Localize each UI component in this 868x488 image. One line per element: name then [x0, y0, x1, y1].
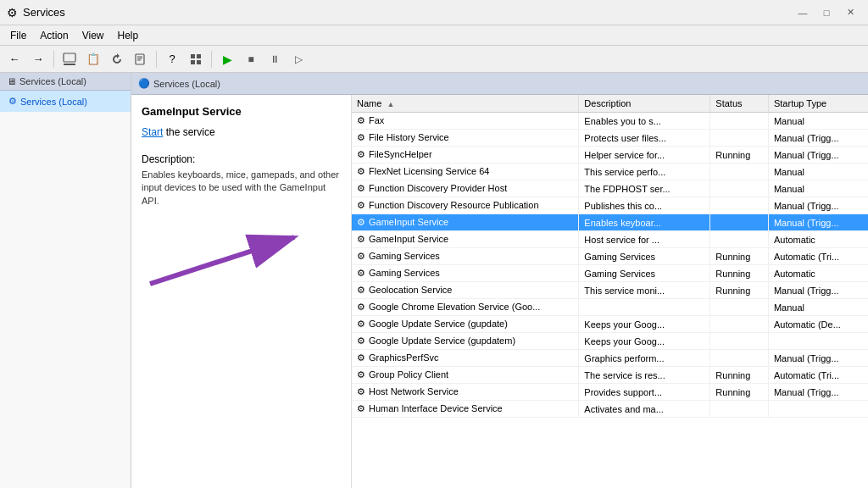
service-name-cell: ⚙Google Chrome Elevation Service (Goo...: [352, 299, 579, 316]
service-name-cell: ⚙Gaming Services: [352, 265, 579, 282]
left-panel-icon: 🖥: [7, 76, 16, 86]
service-icon: ⚙: [357, 336, 365, 346]
table-row[interactable]: ⚙Google Update Service (gupdatem)Keeps y…: [352, 333, 868, 350]
service-status-cell: Running: [710, 367, 769, 384]
service-startup-cell: [768, 401, 868, 418]
service-status-cell: Running: [710, 282, 769, 299]
service-description-cell: Activates and ma...: [579, 401, 710, 418]
svg-rect-2: [136, 54, 144, 64]
refresh-button[interactable]: [106, 49, 128, 69]
service-name-cell: ⚙GraphicsPerfSvc: [352, 350, 579, 367]
service-name-cell: ⚙Function Discovery Provider Host: [352, 180, 579, 197]
service-startup-cell: [768, 333, 868, 350]
restart-button[interactable]: ▷: [287, 49, 309, 69]
service-icon: ⚙: [357, 268, 365, 278]
forward-button[interactable]: →: [27, 49, 49, 69]
toolbar: ← → 📋 ? ▶ ■ ⏸ ▷: [0, 46, 868, 73]
table-row[interactable]: ⚙GraphicsPerfSvcGraphics perform...Manua…: [352, 350, 868, 367]
table-row[interactable]: ⚙FlexNet Licensing Service 64This servic…: [352, 164, 868, 180]
service-description-cell: Helper service for...: [579, 147, 710, 164]
left-panel: 🖥 Services (Local) ⚙ Services (Local): [0, 73, 131, 488]
table-row[interactable]: ⚙FileSyncHelperHelper service for...Runn…: [352, 147, 868, 164]
table-row[interactable]: ⚙FaxEnables you to s...Manual: [352, 113, 868, 130]
table-row[interactable]: ⚙Function Discovery Resource Publication…: [352, 197, 868, 214]
service-icon: ⚙: [357, 200, 365, 210]
play-button[interactable]: ▶: [216, 49, 238, 69]
service-startup-cell: Manual (Trigg...: [768, 350, 868, 367]
service-status-cell: Running: [710, 248, 769, 265]
table-row[interactable]: ⚙GameInput ServiceEnables keyboar...Manu…: [352, 214, 868, 231]
table-row[interactable]: ⚙GameInput ServiceHost service for ...Au…: [352, 231, 868, 248]
start-text: the service: [163, 126, 214, 138]
menu-help[interactable]: Help: [111, 28, 146, 43]
service-name-cell: ⚙GameInput Service: [352, 231, 579, 248]
title-bar: ⚙ Services — □ ✕: [0, 0, 868, 25]
service-status-cell: [710, 333, 769, 350]
service-description-cell: The FDPHOST ser...: [579, 180, 710, 197]
service-startup-cell: Manual (Trigg...: [768, 197, 868, 214]
svg-rect-0: [64, 53, 75, 62]
table-row[interactable]: ⚙File History ServiceProtects user files…: [352, 130, 868, 147]
service-name-cell: ⚙FileSyncHelper: [352, 147, 579, 164]
table-row[interactable]: ⚙Gaming ServicesGaming ServicesRunningAu…: [352, 248, 868, 265]
service-startup-cell: Manual (Trigg...: [768, 384, 868, 401]
copy-button[interactable]: 📋: [82, 49, 104, 69]
service-name-cell: ⚙Geolocation Service: [352, 282, 579, 299]
table-row[interactable]: ⚙Host Network ServiceProvides support...…: [352, 384, 868, 401]
table-header-row: Name ▲ Description Status Startup Type: [352, 95, 868, 113]
col-header-status[interactable]: Status: [710, 95, 769, 113]
minimize-button[interactable]: —: [792, 3, 814, 22]
service-status-cell: [710, 350, 769, 367]
maximize-button[interactable]: □: [815, 3, 837, 22]
close-button[interactable]: ✕: [839, 3, 861, 22]
table-row[interactable]: ⚙Geolocation ServiceThis service moni...…: [352, 282, 868, 299]
table-row[interactable]: ⚙Function Discovery Provider HostThe FDP…: [352, 180, 868, 197]
menu-action[interactable]: Action: [33, 28, 75, 43]
svg-rect-8: [191, 60, 195, 64]
table-row[interactable]: ⚙Google Chrome Elevation Service (Goo...…: [352, 299, 868, 316]
service-status-cell: [710, 130, 769, 147]
table-row[interactable]: ⚙Gaming ServicesGaming ServicesRunningAu…: [352, 265, 868, 282]
menu-file[interactable]: File: [3, 28, 33, 43]
col-header-description[interactable]: Description: [579, 95, 710, 113]
service-startup-cell: Automatic (Tri...: [768, 367, 868, 384]
stop-button[interactable]: ■: [240, 49, 262, 69]
services-table-container: Name ▲ Description Status Startup Type ⚙…: [352, 95, 868, 488]
export-button[interactable]: [130, 49, 152, 69]
service-status-cell: [710, 299, 769, 316]
service-icon: ⚙: [357, 149, 365, 159]
sidebar-item-services-local[interactable]: ⚙ Services (Local): [0, 91, 131, 112]
table-row[interactable]: ⚙Human Interface Device ServiceActivates…: [352, 401, 868, 418]
help-button[interactable]: ?: [161, 49, 183, 69]
service-status-cell: [710, 113, 769, 130]
service-description-cell: Enables keyboar...: [579, 214, 710, 231]
toolbar-sep-1: [53, 51, 54, 68]
show-hide-button[interactable]: [58, 49, 81, 69]
col-header-name[interactable]: Name ▲: [352, 95, 579, 113]
menu-bar: File Action View Help: [0, 25, 868, 46]
main-container: 🖥 Services (Local) ⚙ Services (Local) 🔵 …: [0, 73, 868, 488]
title-bar-controls: — □ ✕: [792, 3, 861, 22]
table-row[interactable]: ⚙Group Policy ClientThe service is res..…: [352, 367, 868, 384]
arrow-svg: [142, 225, 311, 292]
col-header-startup[interactable]: Startup Type: [768, 95, 868, 113]
service-icon: ⚙: [357, 319, 365, 329]
service-status-cell: [710, 231, 769, 248]
detail-desc-heading: Description:: [142, 153, 341, 165]
table-row[interactable]: ⚙Google Update Service (gupdate)Keeps yo…: [352, 316, 868, 333]
back-button[interactable]: ←: [3, 49, 25, 69]
service-name-cell: ⚙Function Discovery Resource Publication: [352, 197, 579, 214]
window-title: Services: [23, 6, 65, 19]
service-name-cell: ⚙Group Policy Client: [352, 367, 579, 384]
start-link[interactable]: Start: [142, 126, 163, 138]
services-table-body: ⚙FaxEnables you to s...Manual⚙File Histo…: [352, 113, 868, 418]
content-area: GameInput Service Start the service Desc…: [131, 95, 868, 488]
svg-rect-6: [191, 54, 195, 58]
pause-button[interactable]: ⏸: [264, 49, 286, 69]
right-panel: 🔵 Services (Local) GameInput Service Sta…: [131, 73, 868, 488]
service-name-cell: ⚙GameInput Service: [352, 214, 579, 231]
service-icon: ⚙: [357, 285, 365, 295]
view-toggle-button[interactable]: [185, 49, 207, 69]
menu-view[interactable]: View: [75, 28, 111, 43]
service-description-cell: Enables you to s...: [579, 113, 710, 130]
